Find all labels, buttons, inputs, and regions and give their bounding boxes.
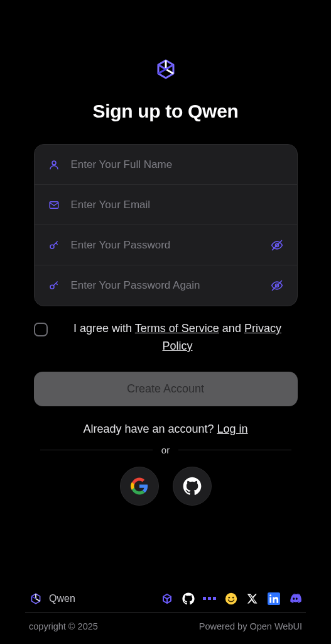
- github-link-icon[interactable]: [182, 592, 195, 606]
- google-signin-button[interactable]: [120, 467, 159, 506]
- linkedin-link-icon[interactable]: [267, 592, 281, 606]
- footer-brand: Qwen: [29, 592, 75, 606]
- consent-mid: and: [219, 322, 244, 335]
- password-field: [35, 225, 297, 265]
- discord-link-icon[interactable]: [288, 592, 302, 606]
- password-confirm-input[interactable]: [71, 279, 259, 292]
- x-link-icon[interactable]: [246, 592, 259, 606]
- password-confirm-field: [35, 265, 297, 306]
- github-icon: [183, 477, 202, 496]
- svg-rect-15: [269, 597, 271, 603]
- consent-row: I agree with Terms of Service and Privac…: [34, 320, 298, 355]
- svg-rect-9: [208, 597, 211, 600]
- user-icon: [48, 159, 60, 170]
- google-icon: [131, 477, 148, 495]
- copyright-text: copyright © 2025: [29, 621, 98, 631]
- svg-point-13: [232, 597, 234, 599]
- svg-rect-8: [203, 597, 206, 600]
- svg-point-0: [52, 161, 56, 165]
- mail-icon: [48, 199, 60, 211]
- eye-off-icon[interactable]: [271, 279, 283, 292]
- huggingface-link-icon[interactable]: [224, 592, 238, 606]
- qwen-logo-icon: [29, 592, 43, 606]
- create-account-button[interactable]: Create Account: [34, 372, 298, 406]
- svg-rect-10: [213, 597, 216, 600]
- key-icon: [48, 240, 60, 251]
- name-field: [35, 145, 297, 185]
- github-signin-button[interactable]: [173, 467, 212, 506]
- email-field: [35, 185, 297, 225]
- qwen-link-icon[interactable]: [160, 592, 174, 606]
- footer-links: [160, 592, 302, 606]
- key-icon: [48, 280, 60, 291]
- powered-by-text: Powered by Open WebUI: [199, 621, 302, 631]
- signup-form: [34, 144, 298, 306]
- consent-pre: I agree with: [73, 322, 135, 335]
- login-link[interactable]: Log in: [217, 423, 248, 435]
- social-row: [120, 467, 212, 506]
- or-text: or: [161, 445, 170, 455]
- consent-checkbox[interactable]: [34, 323, 48, 336]
- password-input[interactable]: [71, 239, 259, 252]
- consent-text: I agree with Terms of Service and Privac…: [58, 320, 298, 355]
- login-line: Already have an account? Log in: [83, 423, 247, 436]
- page-title: Sign up to Qwen: [92, 101, 238, 122]
- tos-link[interactable]: Terms of Service: [135, 322, 219, 335]
- eye-off-icon[interactable]: [271, 239, 283, 252]
- have-account-text: Already have an account?: [83, 423, 217, 435]
- footer-brand-text: Qwen: [49, 593, 75, 604]
- qwen-logo-icon: [153, 57, 178, 82]
- footer: Qwen copyright © 2025 Powered by Open We…: [0, 586, 331, 644]
- or-divider: or: [40, 445, 291, 455]
- modelscope-link-icon[interactable]: [203, 592, 217, 606]
- svg-point-16: [269, 594, 271, 596]
- svg-point-11: [225, 593, 237, 604]
- email-input[interactable]: [71, 199, 283, 211]
- svg-point-12: [228, 597, 230, 599]
- name-input[interactable]: [71, 158, 283, 171]
